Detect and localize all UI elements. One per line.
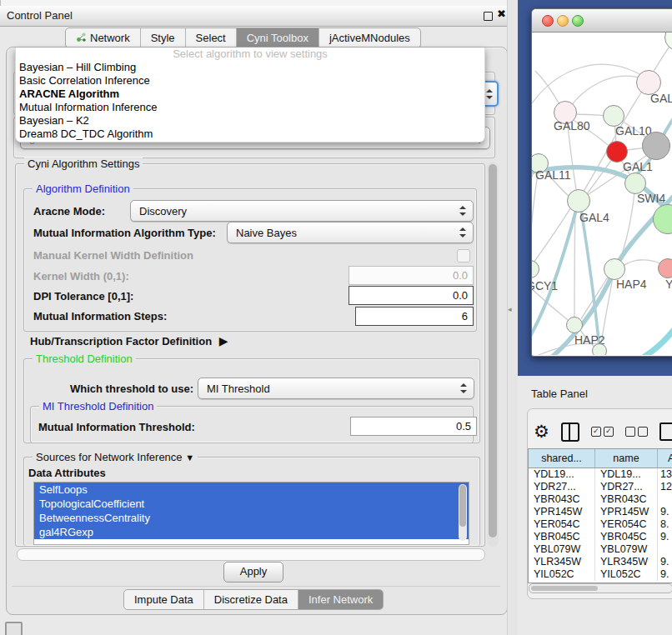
which-threshold-label: Which threshold to use: <box>70 382 193 395</box>
mi-threshold-label: Mutual Information Threshold: <box>38 421 195 433</box>
settings-vertical-scrollbar[interactable] <box>487 162 499 547</box>
table-cell: YBL079W <box>595 543 658 556</box>
bottom-tab-infer-network[interactable]: Infer Network <box>298 590 383 609</box>
splitter-collapse-arrow-icon[interactable]: ◂ <box>508 305 512 313</box>
settings-horizontal-scrollbar[interactable] <box>17 548 485 561</box>
aracne-mode-combo[interactable]: Discovery <box>130 200 474 222</box>
table-cell: 12 <box>658 481 672 493</box>
tab-select[interactable]: Select <box>186 28 237 48</box>
node-table[interactable]: shared...nameA YDL19...YDL19...13YDR27..… <box>528 448 672 583</box>
hub-expander[interactable]: Hub/Transcription Factor Definition ▶ <box>30 334 224 348</box>
table-cell: YIL052C <box>529 568 595 581</box>
table-header-cell[interactable]: A <box>658 449 672 468</box>
network-node-label: GAL11 <box>535 168 571 182</box>
algorithm-option[interactable]: Mutual Information Inference <box>16 101 484 114</box>
data-attribute-item[interactable]: TopologicalCoefficient <box>34 497 469 511</box>
network-window-titlebar[interactable] <box>532 9 672 32</box>
table-row[interactable]: YPR145WYPR145W9. <box>529 506 672 518</box>
attr-list-scrollbar[interactable] <box>459 484 467 541</box>
network-node-hap2[interactable] <box>566 317 583 333</box>
network-node[interactable] <box>592 343 607 355</box>
data-attribute-item[interactable]: gal4RGexp <box>34 525 469 539</box>
bottom-tab-discretize-data[interactable]: Discretize Data <box>204 590 298 609</box>
data-attribute-item[interactable]: BetweennessCentrality <box>34 511 469 525</box>
network-node-y[interactable] <box>658 258 672 278</box>
table-cell <box>658 493 672 506</box>
algorithm-option[interactable]: Bayesian – Hill Climbing <box>16 61 484 74</box>
mi-threshold-field[interactable]: 0.5 <box>350 417 477 436</box>
new-table-icon[interactable] <box>659 422 672 441</box>
which-threshold-value: MI Threshold <box>207 382 270 395</box>
table-horizontal-scrollbar[interactable] <box>529 583 672 593</box>
split-columns-icon[interactable] <box>561 422 579 442</box>
table-cell: YIL052C <box>595 568 658 581</box>
table-row[interactable]: YIL052CYIL052C9. <box>529 568 672 581</box>
data-attributes-list[interactable]: SelfLoopsTopologicalCoefficientBetweenne… <box>33 482 469 545</box>
sources-title[interactable]: Sources for Network Inference ▼ <box>33 451 198 463</box>
table-cell: 9. <box>658 531 672 543</box>
table-cell: YBR045C <box>595 531 658 543</box>
which-threshold-combo[interactable]: MI Threshold <box>198 378 474 399</box>
table-body: YDL19...YDL19...13YDR27...YDR27...12YBR0… <box>529 468 672 581</box>
threshold-definition-title: Threshold Definition <box>33 352 136 365</box>
table-row[interactable]: YDR27...YDR27...12 <box>529 481 672 493</box>
bottom-tab-impute-data[interactable]: Impute Data <box>124 590 204 609</box>
algorithm-option[interactable]: Basic Correlation Inference <box>16 74 484 88</box>
hub-expander-label: Hub/Transcription Factor Definition <box>30 335 212 348</box>
network-node-label: HAP4 <box>616 278 647 291</box>
deselect-all-checkboxes-icon[interactable] <box>625 427 648 437</box>
table-header-row: shared...nameA <box>529 449 672 468</box>
dpi-tolerance-field[interactable]: 0.0 <box>349 286 474 305</box>
combo-arrows-icon <box>459 206 466 216</box>
network-tab-icon <box>76 32 87 45</box>
close-panel-icon[interactable]: ✖ <box>497 8 506 20</box>
table-header-cell[interactable]: shared... <box>529 449 595 468</box>
table-row[interactable]: YER054CYER054C8. <box>529 518 672 531</box>
algorithm-option[interactable]: Bayesian – K2 <box>16 114 484 128</box>
mini-dock-icon[interactable] <box>5 622 23 635</box>
minimize-traffic-light-icon[interactable] <box>557 15 569 27</box>
network-node-gal4[interactable] <box>567 189 590 212</box>
zoom-traffic-light-icon[interactable] <box>572 15 584 27</box>
table-cell: 9. <box>658 568 672 581</box>
window-top-strip <box>0 0 519 6</box>
data-attributes-label: Data Attributes <box>28 467 106 479</box>
algorithm-option[interactable]: Dream8 DC_TDC Algorithm <box>16 128 484 141</box>
algorithm-definition-title: Algorithm Definition <box>33 182 133 195</box>
network-canvas[interactable]: GALGAL80GAL10GAL1GAL11SWI4GAL4HAP4YGCY1H… <box>532 32 672 355</box>
network-node-label: GAL80 <box>554 119 590 132</box>
algorithm-option[interactable]: ARACNE Algorithm <box>16 88 484 101</box>
mi-type-label: Mutual Information Algorithm Type: <box>33 227 216 239</box>
table-row[interactable]: YBR045CYBR045C9. <box>529 531 672 543</box>
table-row[interactable]: YLR345WYLR345W9. <box>529 556 672 568</box>
table-row[interactable]: YBL079WYBL079W <box>529 543 672 556</box>
kernel-width-label: Kernel Width (0,1): <box>33 270 129 282</box>
tab-network[interactable]: Network <box>66 28 141 48</box>
network-view-window: GALGAL80GAL10GAL1GAL11SWI4GAL4HAP4YGCY1H… <box>531 8 672 357</box>
network-node[interactable] <box>642 132 670 160</box>
table-row[interactable]: YBR043CYBR043C <box>529 493 672 506</box>
table-row[interactable]: YDL19...YDL19...13 <box>529 468 672 481</box>
table-cell: YER054C <box>529 518 595 531</box>
manual-kernel-checkbox[interactable] <box>457 249 470 262</box>
gear-icon[interactable]: ⚙ <box>534 419 549 444</box>
combo-arrows-icon <box>486 89 493 99</box>
data-attribute-item[interactable]: SelfLoops <box>34 482 469 497</box>
table-header-cell[interactable]: name <box>595 449 658 468</box>
table-cell: YPR145W <box>595 506 658 518</box>
table-cell: YER054C <box>595 518 658 531</box>
apply-button[interactable]: Apply <box>223 562 283 582</box>
tab-style[interactable]: Style <box>141 28 186 48</box>
tab-cyni-toolbox[interactable]: Cyni Toolbox <box>237 28 319 48</box>
close-traffic-light-icon[interactable] <box>542 15 554 27</box>
float-panel-icon[interactable] <box>484 12 493 21</box>
mi-steps-field[interactable]: 6 <box>355 307 474 326</box>
table-cell: YBR043C <box>595 493 658 506</box>
panel-splitter[interactable] <box>507 0 519 635</box>
application-window: Control Panel ✖ NetworkStyleSelectCyni T… <box>0 0 672 635</box>
table-cell: YBR045C <box>529 531 595 543</box>
mi-type-combo[interactable]: Naive Bayes <box>227 222 474 243</box>
combo-arrows-icon <box>460 383 467 393</box>
select-all-checkboxes-icon[interactable]: ✓✓ <box>591 427 614 437</box>
tab-jactivemnodules[interactable]: jActiveMNodules <box>319 28 420 48</box>
